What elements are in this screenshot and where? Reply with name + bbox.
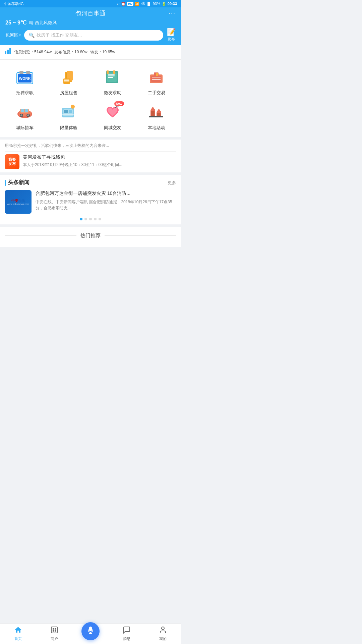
secondhand-icon [146, 68, 167, 88]
search-placeholder-text: 找房子 找工作 交朋友... [37, 32, 82, 38]
feed-content: 黄河发布了寻找钱包 本人于2018年10月29号晚上10：30至11：00这个时… [23, 154, 176, 168]
app-title: 包河百事通 [75, 9, 106, 17]
svg-rect-25 [156, 73, 158, 76]
location-status-icon: ⊙ [117, 2, 120, 6]
dating-icon: New [103, 103, 123, 123]
news-more-button[interactable]: 更多 [168, 180, 176, 186]
news-header: 头条新闻 更多 [5, 179, 176, 186]
location-selector[interactable]: 包河区 ▾ [5, 32, 21, 38]
svg-rect-20 [107, 70, 109, 74]
feed-post[interactable]: 我要发布 黄河发布了寻找钱包 本人于2018年10月29号晚上10：30至11：… [5, 154, 176, 169]
hot-line-right [105, 235, 176, 236]
svg-rect-40 [69, 110, 72, 113]
news-dot-1[interactable] [80, 218, 82, 220]
time-label: 09:33 [168, 2, 177, 6]
category-label-housing: 房屋租售 [60, 90, 77, 96]
svg-text:WORK: WORK [19, 76, 31, 80]
carrier-label: 中国移动4G [4, 1, 24, 6]
hot-line-left [5, 235, 76, 236]
feed-post-desc: 本人于2018年10月29号晚上10：30至11：00这个时间... [23, 162, 176, 168]
svg-point-36 [27, 114, 29, 116]
category-item-experience[interactable]: 限量体验 [47, 100, 90, 133]
chart-icon [5, 48, 11, 56]
news-dot-4[interactable] [94, 218, 97, 220]
alarm-status-icon: ⏰ [121, 2, 126, 6]
chevron-down-icon: ▾ [19, 33, 21, 37]
category-item-secondhand[interactable]: 二手交易 [135, 65, 178, 99]
stats-share: 转发：19.65w [90, 49, 115, 55]
activities-icon [146, 103, 167, 123]
svg-point-34 [20, 114, 22, 116]
news-logo: 中安在线 www.anhuinews.com [7, 199, 29, 205]
svg-rect-5 [19, 71, 23, 74]
category-item-activities[interactable]: 本地活动 [135, 100, 178, 133]
carpool-icon [15, 103, 35, 123]
news-card[interactable]: 中安在线 www.anhuinews.com 合肥包河万达金街一店铺突发火灾 1… [5, 190, 176, 214]
status-icons: ⊙ ⏰ HD 📶 46 ▐▌ 93% 🔋 09:33 [117, 2, 177, 6]
header-top-row: 包河百事通 ··· [5, 9, 176, 17]
new-badge-dating: New [114, 101, 124, 106]
category-item-housing[interactable]: 房屋租售 [47, 65, 90, 99]
news-section: 头条新闻 更多 中安在线 www.anhuinews.com 合肥包河万达金街一… [0, 175, 181, 224]
svg-rect-19 [108, 77, 113, 78]
search-icon: 🔍 [29, 33, 35, 38]
category-label-dating: 同城交友 [104, 125, 121, 131]
feed-post-title: 黄河发布了寻找钱包 [23, 154, 176, 160]
svg-rect-17 [108, 74, 115, 75]
publish-icon: 📝 [167, 29, 176, 36]
svg-rect-0 [5, 51, 6, 54]
feed-marquee: 用45秒抢一次好礼，活软们快来，三次上热榜的内容来袭... [5, 143, 176, 152]
hot-title: 热门推荐 [80, 232, 101, 239]
category-item-carpool[interactable]: 城际搭车 [3, 100, 46, 133]
news-dot-2[interactable] [84, 218, 87, 220]
search-row: 包河区 ▾ 🔍 找房子 找工作 交朋友... 📝 发布 [5, 29, 176, 42]
feed-avatar: 我要发布 [5, 154, 19, 169]
news-accent-bar [5, 180, 6, 186]
svg-rect-2 [9, 48, 11, 54]
svg-rect-31 [21, 109, 24, 112]
stats-publish: 发布信息：10.80w [54, 49, 87, 55]
category-label-experience: 限量体验 [60, 125, 77, 131]
status-bar: 中国移动4G ⊙ ⏰ HD 📶 46 ▐▌ 93% 🔋 09:33 [0, 0, 181, 7]
signal-bars: ▐▌ [146, 2, 152, 6]
svg-rect-18 [108, 75, 115, 76]
news-thumbnail: 中安在线 www.anhuinews.com [5, 190, 32, 214]
hd-badge: HD [127, 2, 133, 6]
location-text: 包河区 [5, 32, 18, 38]
hot-header: 热门推荐 [5, 232, 176, 239]
stats-browse: 信息浏览：5148.94w [14, 49, 52, 55]
wifi-icon: 📶 [135, 2, 139, 6]
search-input[interactable]: 🔍 找房子 找工作 交朋友... [24, 30, 163, 41]
news-dot-5[interactable] [99, 218, 101, 220]
news-body: 中安在线、中安新闻客户端讯 据合肥消防通报，2018年10月26日下午17点35… [36, 199, 176, 211]
news-content: 合肥包河万达金街一店铺突发火灾 10台消防... 中安在线、中安新闻客户端讯 据… [36, 190, 176, 214]
news-title-wrap: 头条新闻 [5, 179, 29, 186]
news-pagination-dots [5, 218, 176, 220]
housing-icon [59, 68, 79, 88]
publish-button[interactable]: 📝 发布 [167, 29, 176, 42]
svg-rect-32 [25, 109, 28, 112]
news-section-title: 头条新闻 [8, 179, 29, 186]
weather-row: 25 ~ 9℃ 晴 西北风微风 [5, 19, 176, 26]
category-item-dating[interactable]: New 同城交友 [91, 100, 134, 133]
category-item-jobs[interactable]: WORK 招聘求职 [3, 65, 46, 99]
info-feed-section: 用45秒抢一次好礼，活软们快来，三次上热榜的内容来袭... 我要发布 黄河发布了… [0, 140, 181, 172]
publish-label: 发布 [168, 37, 175, 42]
jobs-icon: WORK [15, 68, 35, 88]
category-label-help: 微友求助 [104, 90, 121, 96]
svg-rect-23 [151, 76, 161, 82]
category-grid: WORK 招聘求职 房屋租售 [3, 65, 178, 133]
category-label-carpool: 城际搭车 [16, 125, 34, 131]
svg-rect-6 [26, 71, 30, 74]
hot-recommend-section: 热门推荐 [0, 227, 181, 247]
category-item-help[interactable]: 微友求助 [91, 65, 134, 99]
more-menu-button[interactable]: ··· [169, 10, 176, 17]
svg-rect-47 [149, 116, 163, 117]
battery-label: 93% [153, 2, 160, 6]
svg-point-41 [71, 105, 75, 109]
category-label-activities: 本地活动 [148, 125, 165, 131]
stats-bar: 信息浏览：5148.94w 发布信息：10.80w 转发：19.65w [0, 45, 181, 60]
svg-rect-21 [113, 70, 115, 74]
news-dot-3[interactable] [89, 218, 92, 220]
weather-desc: 晴 西北风微风 [29, 20, 57, 26]
